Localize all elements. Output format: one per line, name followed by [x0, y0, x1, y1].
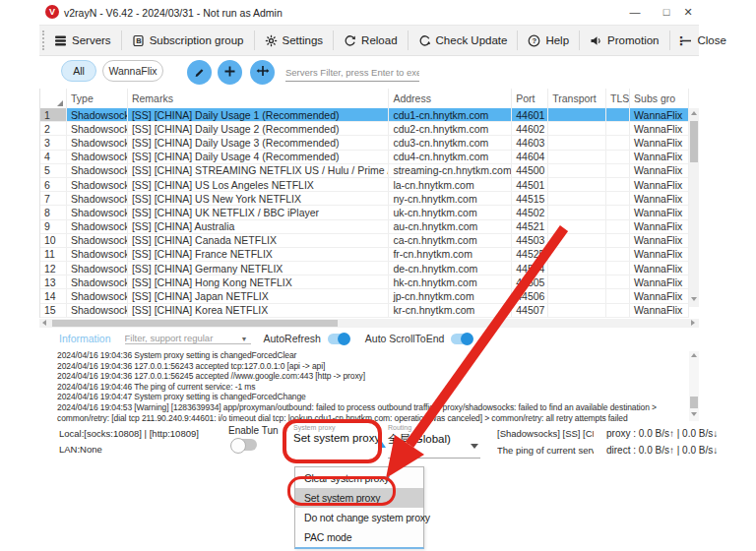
cell-transport [548, 220, 606, 233]
table-row[interactable]: 11Shadowsocks[SS] [CHINA] France NETFLIX… [40, 248, 689, 262]
table-row[interactable]: 7Shadowsocks[SS] [CHINA] US New York NET… [40, 192, 689, 206]
table-row[interactable]: 6Shadowsocks[SS] [CHINA] US Los Angeles … [40, 178, 689, 192]
menu-item-pac-mode[interactable]: PAC mode [295, 527, 423, 547]
add-group-button[interactable] [218, 60, 242, 85]
table-scroll-thumb[interactable] [690, 121, 698, 162]
table-row[interactable]: 12Shadowsocks[SS] [CHINA] Germany NETFLI… [40, 262, 689, 276]
enable-tun-toggle[interactable] [231, 439, 257, 451]
hscroll-thumb[interactable] [52, 320, 338, 327]
toolbar-item-settings[interactable]: Settings [255, 26, 334, 55]
autoscroll-label: Auto ScrollToEnd [365, 333, 445, 344]
menu-item-do-not-change-system-proxy[interactable]: Do not change system proxy [295, 508, 423, 527]
edit-group-button[interactable] [187, 60, 212, 85]
cell-subs: WannaFlix [630, 178, 689, 191]
cell-port: 44604 [512, 151, 548, 163]
cell-num: 2 [40, 122, 67, 135]
toolbar-item-subscription-group[interactable]: BSubscription group [122, 26, 254, 55]
cell-port: 44603 [512, 136, 548, 149]
cell-address: streaming-cn.hnytkm.com [389, 164, 512, 177]
cell-subs: WannaFlix [630, 248, 689, 261]
tab-wannaflix[interactable]: WannaFlix [102, 60, 163, 82]
column-header-subs[interactable]: Subs gro [630, 89, 689, 108]
chevron-down-icon[interactable]: ▼ [241, 336, 248, 342]
toolbar-item-check-update[interactable]: Check Update [409, 26, 518, 55]
cell-remarks: [SS] [CHINA] Germany NETFLIX [128, 262, 390, 275]
toolbar-item-promotion[interactable]: Promotion [580, 26, 668, 55]
cell-address: hk-cn.hnytkm.com [389, 276, 512, 288]
log-line: 2024/04/16 19:04:36 127.0.0.1:56243 acce… [39, 361, 687, 372]
table-row[interactable]: 2Shadowsocks[SS] [CHINA] Daily Usage 2 (… [40, 122, 689, 136]
menu-item-set-system-proxy[interactable]: Set system proxy [295, 488, 423, 508]
cell-num: 12 [40, 262, 67, 275]
table-row[interactable]: 13Shadowsocks[SS] [CHINA] Hong Kong NETF… [40, 276, 689, 289]
autorefresh-toggle[interactable] [328, 334, 349, 344]
minimize-button[interactable]: — [624, 2, 646, 22]
autorefresh-label: AutoRefresh [263, 333, 320, 344]
scroll-down-icon[interactable] [691, 412, 697, 416]
table-row[interactable]: 9Shadowsocks[SS] [CHINA] Australiaau-cn.… [40, 220, 689, 234]
subscription-icon: B [132, 34, 145, 47]
servers-filter-input[interactable] [285, 64, 419, 82]
tab-all[interactable]: All [61, 60, 96, 82]
log-line: 2024/04/16 19:04:47 System proxy setting… [39, 392, 687, 402]
cell-subs: WannaFlix [630, 164, 689, 177]
column-header-port[interactable]: Port [512, 89, 548, 108]
log-scrollbar[interactable] [689, 351, 699, 421]
table-row[interactable]: 8Shadowsocks[SS] [CHINA] UK NETFLIX / BB… [40, 206, 689, 219]
scroll-down-icon[interactable] [691, 297, 697, 301]
toolbar-item-help[interactable]: ?Help [518, 26, 579, 55]
scroll-up-icon[interactable] [691, 111, 697, 115]
tab-information[interactable]: Information [59, 333, 111, 344]
cell-remarks: [SS] [CHINA] Daily Usage 4 (Recommended) [128, 151, 390, 163]
table-row[interactable]: 15Shadowsocks[SS] [CHINA] Korea NETFLIXk… [40, 304, 689, 318]
scroll-up-icon[interactable] [691, 353, 697, 357]
routing-combobox[interactable]: Routing 全局(Global) [388, 424, 480, 459]
toolbar-item-servers[interactable]: Servers [44, 26, 121, 55]
move-group-button[interactable] [250, 60, 275, 85]
system-proxy-combobox[interactable]: System proxy Set system proxy [293, 424, 388, 444]
toolbar-item-reload[interactable]: Reload [334, 26, 407, 55]
column-header-transport[interactable]: Transport [548, 89, 606, 108]
cell-tls [606, 192, 630, 205]
cell-tls [606, 289, 630, 302]
cell-transport [548, 164, 606, 177]
table-row[interactable]: 1Shadowsocks[SS] [CHINA] Daily Usage 1 (… [40, 108, 689, 122]
cell-tls [606, 108, 630, 121]
log-scroll-thumb[interactable] [690, 397, 698, 408]
scroll-right-icon[interactable] [691, 320, 695, 326]
table-row[interactable]: 14Shadowsocks[SS] [CHINA] Japan NETFLIXj… [40, 289, 689, 303]
autoscroll-toggle[interactable] [451, 334, 472, 344]
column-header-type[interactable]: Type [67, 89, 128, 108]
maximize-button[interactable]: □ [656, 2, 677, 22]
cell-address: kr-cn.hnytkm.com [389, 304, 512, 317]
cell-remarks: [SS] [CHINA] Daily Usage 2 (Recommended) [128, 122, 390, 135]
cell-transport [548, 262, 606, 275]
log-panel-header: Information ▼ AutoRefresh Auto ScrollToE… [39, 328, 699, 349]
table-row[interactable]: 3Shadowsocks[SS] [CHINA] Daily Usage 3 (… [40, 136, 689, 150]
toolbar-more-button[interactable]: ⋮ [669, 26, 693, 57]
close-window-button[interactable]: ✕ [677, 2, 699, 22]
log-filter-input[interactable] [125, 333, 251, 344]
column-header-remarks[interactable]: Remarks [128, 89, 390, 108]
toolbar-item-label: Reload [361, 34, 397, 46]
table-row[interactable]: 4Shadowsocks[SS] [CHINA] Daily Usage 4 (… [40, 151, 689, 164]
cell-tls [606, 178, 630, 191]
cell-remarks: [SS] [CHINA] Daily Usage 1 (Recommended) [128, 108, 390, 121]
table-horizontal-scrollbar[interactable] [39, 319, 699, 328]
cell-port: 44525 [512, 248, 548, 261]
log-output[interactable]: 2024/04/16 19:04:36 System proxy setting… [39, 350, 687, 423]
cell-transport [548, 276, 606, 288]
cell-tls [606, 122, 630, 135]
scroll-left-icon[interactable] [42, 320, 46, 326]
table-row[interactable]: 5Shadowsocks[SS] [CHINA] STREAMING NETFL… [40, 164, 689, 178]
cell-address: cdu3-cn.hnytkm.com [389, 136, 512, 149]
table-header[interactable]: TypeRemarksAddressPortTransportTLSSubs g… [39, 89, 689, 108]
table-vertical-scrollbar[interactable] [689, 108, 699, 307]
column-header-address[interactable]: Address [389, 89, 512, 108]
menu-item-clear-system-proxy[interactable]: Clear system proxy [295, 468, 423, 488]
cell-tls [606, 234, 630, 247]
toolbar-item-label: Settings [283, 34, 324, 46]
cell-tls [606, 304, 630, 317]
column-header-tls[interactable]: TLS [606, 89, 630, 108]
table-row[interactable]: 10Shadowsocks[SS] [CHINA] Canada NETFLIX… [40, 234, 689, 248]
